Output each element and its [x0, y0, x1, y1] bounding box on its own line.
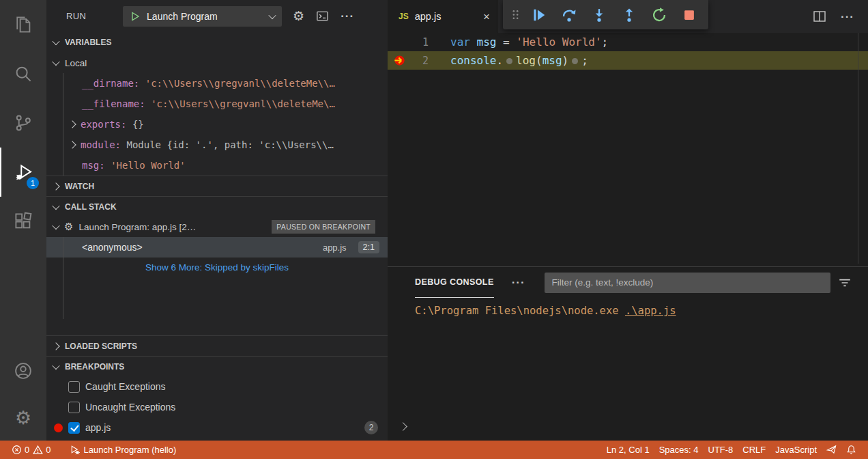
tab-appjs[interactable]: JS app.js ×	[388, 0, 498, 33]
scope-local[interactable]: Local	[46, 53, 388, 73]
feedback-icon[interactable]	[822, 441, 841, 459]
close-icon[interactable]: ×	[483, 11, 490, 23]
filter-input[interactable]	[545, 273, 830, 293]
encoding[interactable]: UTF-8	[704, 441, 738, 459]
launch-config-label: Launch Program	[147, 11, 263, 22]
paused-on-breakpoint-badge: PAUSED ON BREAKPOINT	[272, 220, 375, 234]
console-output-line: C:\Program Files\nodejs\node.exe .\app.j…	[388, 298, 868, 317]
stop-button[interactable]	[674, 3, 704, 27]
variable-row[interactable]: exports: {}	[46, 114, 388, 135]
debug-alt-icon	[70, 445, 80, 455]
cursor-position[interactable]: Ln 2, Col 1	[602, 441, 654, 459]
code-editor[interactable]: 1 var msg = 'Hello World'; 2 console.log…	[388, 33, 868, 70]
toolbar-drag-handle[interactable]	[507, 9, 524, 20]
filter-icon[interactable]	[838, 276, 852, 290]
breakpoints-section-header[interactable]: BREAKPOINTS	[46, 356, 388, 376]
loaded-scripts-section-header[interactable]: LOADED SCRIPTS	[46, 335, 388, 356]
appjs-breakpoint-checkbox[interactable]	[68, 422, 80, 434]
step-into-button[interactable]	[584, 3, 614, 27]
editor-and-panel: JS app.js × ···	[388, 0, 868, 441]
inline-breakpoint-dot[interactable]	[506, 58, 512, 64]
tab-label: app.js	[415, 11, 442, 22]
run-debug-sidebar: RUN Launch Program ⚙ ···	[46, 0, 388, 441]
uncaught-exceptions-checkbox[interactable]	[68, 402, 80, 413]
language-mode[interactable]: JavaScript	[770, 441, 822, 459]
line-number: 1	[411, 36, 429, 48]
chevron-down-icon	[52, 222, 59, 230]
variable-row[interactable]: __dirname: 'c:\\Users\\gregvanl\\deleteM…	[46, 73, 388, 94]
debug-count-badge: 1	[27, 177, 39, 189]
step-over-button[interactable]	[554, 3, 584, 27]
problems-status[interactable]: 0 0	[7, 441, 55, 459]
more-actions-icon[interactable]: ···	[841, 11, 854, 23]
inline-breakpoint-dot[interactable]	[572, 58, 578, 64]
frame-position-badge: 2:1	[358, 241, 379, 253]
breakpoint-count-badge: 2	[364, 421, 378, 434]
more-actions-icon[interactable]: ···	[512, 277, 525, 288]
launch-config-dropdown[interactable]: Launch Program	[123, 6, 282, 27]
extensions-icon[interactable]	[0, 197, 46, 246]
chevron-down-icon	[52, 38, 59, 45]
tab-debug-console[interactable]: DEBUG CONSOLE	[415, 267, 494, 298]
accounts-icon[interactable]	[0, 348, 46, 394]
variables-section-header[interactable]: VARIABLES	[46, 32, 388, 53]
debug-session-row[interactable]: ⚙ Launch Program: app.js [2… PAUSED ON B…	[46, 217, 388, 237]
restart-button[interactable]	[644, 3, 674, 27]
variable-row[interactable]: msg: 'Hello World'	[46, 155, 388, 176]
caught-exceptions-checkbox[interactable]	[68, 381, 80, 393]
variables-list: __dirname: 'c:\\Users\\gregvanl\\deleteM…	[46, 73, 388, 176]
vscode-window: 1 ⚙ RUN	[0, 0, 868, 441]
chevron-down-icon	[52, 361, 59, 369]
frame-name: <anonymous>	[82, 242, 143, 253]
chevron-right-icon	[399, 422, 407, 431]
variable-row[interactable]: __filename: 'c:\\Users\\gregvanl\\delete…	[46, 94, 388, 114]
javascript-file-icon: JS	[399, 12, 409, 21]
search-icon[interactable]	[0, 49, 46, 98]
more-actions-icon[interactable]: ···	[341, 10, 354, 22]
eol-sequence[interactable]: CRLF	[738, 441, 770, 459]
active-debug-session[interactable]: Launch Program (hello)	[65, 441, 181, 459]
call-stack-section-header[interactable]: CALL STACK	[46, 196, 388, 217]
split-editor-icon[interactable]	[812, 9, 827, 24]
debug-console-icon[interactable]	[315, 9, 330, 23]
breakpoint-row-caught-exceptions[interactable]: Caught Exceptions	[46, 376, 388, 397]
sidebar-title: RUN	[66, 11, 86, 21]
source-control-icon[interactable]	[0, 98, 46, 148]
step-out-button[interactable]	[614, 3, 644, 27]
editor-line-2-current[interactable]: 2 console.log(msg);	[388, 51, 868, 70]
editor-area: JS app.js × ···	[388, 0, 868, 266]
editor-actions: ···	[812, 0, 868, 33]
explorer-icon[interactable]	[0, 0, 46, 49]
chevron-down-icon	[268, 11, 276, 18]
activity-bar: 1 ⚙	[0, 0, 46, 441]
chevron-right-icon	[52, 182, 59, 190]
notifications-bell-icon[interactable]	[841, 441, 861, 459]
chevron-right-icon	[68, 120, 76, 128]
breakpoint-dot-icon	[54, 423, 63, 432]
watch-section-header[interactable]: WATCH	[46, 176, 388, 196]
activity-bar-spacer	[0, 246, 46, 348]
output-file-link[interactable]: .\app.js	[625, 305, 676, 317]
debug-toolbar	[503, 0, 708, 29]
line-number: 2	[411, 55, 429, 67]
error-icon	[12, 445, 22, 455]
settings-gear-icon[interactable]: ⚙	[0, 394, 46, 441]
panel-header: DEBUG CONSOLE ···	[388, 267, 868, 298]
show-more-frames-link[interactable]: Show 6 More: Skipped by skipFiles	[46, 258, 388, 277]
editor-line-1[interactable]: 1 var msg = 'Hello World';	[388, 33, 868, 51]
run-and-debug-icon[interactable]: 1	[0, 148, 46, 197]
indent-guide	[63, 237, 63, 319]
indentation[interactable]: Spaces: 4	[654, 441, 704, 459]
warning-icon	[33, 445, 43, 455]
variable-row[interactable]: module: Module {id: '.', path: 'c:\\User…	[46, 135, 388, 155]
stack-frame-row[interactable]: <anonymous> app.js 2:1	[46, 237, 388, 258]
breakpoint-row-appjs[interactable]: app.js 2	[46, 417, 388, 438]
breakpoint-row-uncaught-exceptions[interactable]: Uncaught Exceptions	[46, 397, 388, 417]
continue-button[interactable]	[524, 3, 554, 27]
console-input-prompt[interactable]	[400, 420, 406, 432]
chevron-down-icon	[52, 201, 59, 209]
start-debugging-icon	[130, 11, 141, 22]
paused-breakpoint-icon[interactable]	[388, 54, 411, 67]
chevron-down-icon	[52, 58, 59, 66]
configure-gear-icon[interactable]: ⚙	[293, 10, 304, 23]
